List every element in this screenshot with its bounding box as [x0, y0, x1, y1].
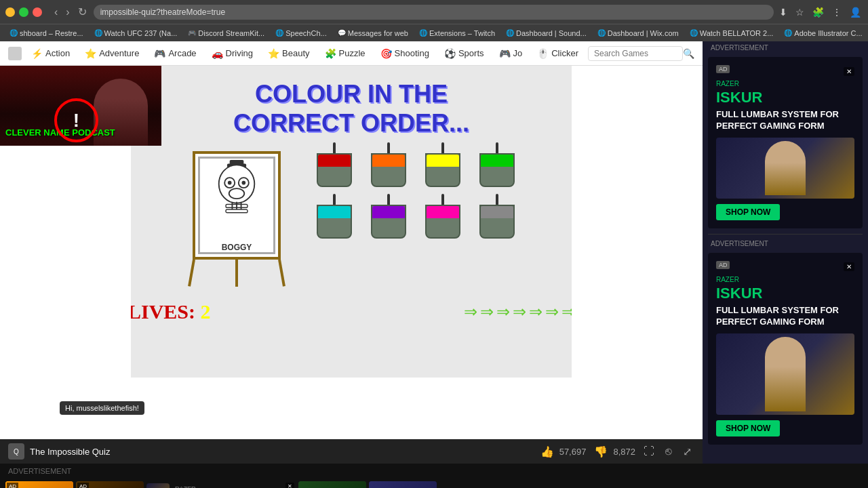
svg-point-7 — [229, 188, 245, 199]
star-icon[interactable]: ☆ — [794, 5, 806, 19]
thumb-game-2[interactable]: 🎮 Color game AD — [76, 481, 144, 488]
webcam-overlay: CLEVER NAME PODCAST ! — [0, 66, 161, 146]
chat-bubble: Hi, musselslikethefish! — [60, 401, 144, 415]
bottom-ad-label: ADVERTISEMENT — [8, 467, 71, 475]
fullscreen-button[interactable]: ⛶ — [641, 443, 657, 460]
bucket-gray[interactable] — [474, 199, 520, 245]
bookmark-2[interactable]: 🎮Discord StreamKit... — [184, 28, 269, 39]
dislike-button[interactable]: 👎 — [591, 443, 610, 461]
ad-shop-btn-2[interactable]: SHOP NOW — [716, 420, 780, 436]
ad-razer-logo-1: RAZER — [716, 80, 854, 87]
arrow-3: ⇒ — [496, 302, 510, 321]
thumb-game-1[interactable]: 🐱 Cute the Kitty AD — [5, 481, 73, 488]
search-input[interactable] — [588, 46, 683, 61]
ad-close-2[interactable]: ✕ — [844, 262, 854, 271]
beauty-icon: ⭐ — [268, 48, 279, 59]
download-icon[interactable]: ⬇ — [778, 5, 789, 19]
boggy-character — [199, 159, 274, 241]
game-frame: CLEVER NAME PODCAST ! COLOUR IN THE CORR… — [0, 66, 703, 439]
action-icon: ⚡ — [31, 48, 43, 59]
search-area[interactable]: 🔍 — [588, 46, 694, 61]
bookmark-6[interactable]: 🌐Dashboard | Sound... — [502, 28, 591, 39]
attention-circle: ! — [54, 98, 98, 142]
thumb-game-3[interactable]: 🐍 Snake game — [298, 481, 366, 488]
ad-tag-2: AD — [716, 261, 730, 269]
driving-icon: 🚗 — [212, 48, 223, 59]
game-wrapper: ⚡ Action ⭐ Adventure 🎮 Arcade 🚗 Driving … — [0, 41, 703, 464]
nav-item-clicker[interactable]: 🖱️ Clicker — [532, 45, 584, 62]
nav-item-puzzle[interactable]: 🧩 Puzzle — [319, 45, 371, 62]
address-bar[interactable]: impossible-quiz?theatreMode=true — [94, 5, 774, 20]
game-canvas[interactable]: COLOUR IN THE CORRECT ORDER... — [131, 66, 572, 378]
settings-icon[interactable]: ⋮ — [831, 5, 843, 19]
game-title-text: The Impossible Quiz — [30, 447, 111, 457]
ad-label-2: ADVERTISEMENT — [703, 237, 868, 250]
expand-button[interactable]: ⤢ — [680, 443, 694, 461]
forward-button[interactable]: › — [63, 4, 72, 20]
bucket-yellow[interactable] — [420, 148, 466, 194]
bookmarks-bar: 🌐shboard – Restre... 🌐Watch UFC 237 (Na.… — [0, 24, 868, 41]
bookmark-1[interactable]: 🌐Watch UFC 237 (Na... — [90, 28, 182, 39]
profile-icon[interactable]: 👤 — [848, 5, 863, 19]
url-text: impossible-quiz?theatreMode=true — [100, 7, 225, 17]
nav-item-jo[interactable]: 🎮 Jo — [494, 45, 528, 62]
ad-close-1[interactable]: ✕ — [844, 67, 854, 76]
clicker-icon: 🖱️ — [537, 48, 549, 59]
character-name-label: BOGGY — [222, 243, 252, 252]
share-button[interactable]: ⎋ — [663, 443, 675, 460]
lives-count: 2 — [201, 300, 211, 323]
bucket-body — [425, 205, 460, 239]
bucket-cyan[interactable] — [311, 199, 357, 245]
easel-leg-left — [188, 260, 195, 287]
search-button[interactable]: 🔍 — [683, 48, 694, 59]
ad-image-2 — [716, 333, 854, 415]
close-button[interactable] — [33, 7, 42, 17]
maximize-button[interactable] — [19, 7, 28, 17]
ad-thumb-close[interactable]: ✕ — [285, 483, 294, 488]
back-button[interactable]: ‹ — [52, 4, 60, 20]
bucket-pink[interactable] — [420, 199, 466, 245]
bottom-games-strip: 🐱 Cute the Kitty AD 🎮 Color game AD RAZE… — [0, 479, 868, 488]
puzzle-icon: 🧩 — [325, 48, 336, 59]
bucket-green[interactable] — [474, 148, 520, 194]
nav-item-driving[interactable]: 🚗 Driving — [206, 45, 258, 62]
paint-color-gray — [481, 206, 513, 218]
thumb-game-4[interactable]: 🥷 Ninja game — [369, 481, 437, 488]
bookmark-5[interactable]: 🌐Extensions – Twitch — [415, 28, 499, 39]
bucket-body — [317, 153, 352, 187]
bookmark-3[interactable]: 🌐SpeechCh... — [271, 28, 331, 39]
bottom-ad-banner: ADVERTISEMENT — [0, 464, 868, 479]
paint-color-orange — [372, 155, 405, 167]
bookmark-4[interactable]: 💬Messages for web — [334, 28, 412, 39]
nav-item-shooting[interactable]: 🎯 Shooting — [375, 45, 435, 62]
bookmark-0[interactable]: 🌐shboard – Restre... — [5, 28, 87, 39]
ad-badge-2: AD — [77, 483, 89, 488]
main-content: ⚡ Action ⭐ Adventure 🎮 Arcade 🚗 Driving … — [0, 41, 868, 464]
bucket-purple[interactable] — [366, 199, 412, 245]
lives-display: LIVES: 2 — [131, 300, 211, 323]
minimize-button[interactable] — [5, 7, 15, 17]
extensions-icon[interactable]: 🧩 — [811, 5, 825, 19]
thumb-razer-ad[interactable]: RAZER ISKUR FULL LUMBAR SYSTEM FOR PERFE… — [146, 481, 296, 488]
easel-leg-right — [278, 260, 285, 287]
adventure-icon: ⭐ — [85, 48, 96, 59]
window-controls[interactable] — [5, 7, 42, 17]
nav-item-action[interactable]: ⚡ Action — [26, 45, 75, 62]
easel-legs — [182, 260, 291, 287]
bookmark-9[interactable]: 🌐Adobe Illustrator C... — [780, 28, 866, 39]
bookmark-8[interactable]: 🌐Watch BELLATOR 2... — [686, 28, 778, 39]
nav-item-sports[interactable]: ⚽ Sports — [439, 45, 490, 62]
easel-prop: BOGGY — [182, 144, 291, 293]
bucket-orange[interactable] — [366, 148, 412, 194]
nav-item-beauty[interactable]: ⭐ Beauty — [262, 45, 315, 62]
nav-item-arcade[interactable]: 🎮 Arcade — [149, 45, 201, 62]
bucket-red[interactable] — [311, 148, 357, 194]
reload-button[interactable]: ↻ — [75, 4, 90, 20]
ad-shop-btn-1[interactable]: SHOP NOW — [716, 204, 780, 220]
like-button[interactable]: 👍 — [538, 443, 557, 461]
bookmark-7[interactable]: 🌐Dashboard | Wix.com — [593, 28, 683, 39]
nav-item-adventure[interactable]: ⭐ Adventure — [79, 45, 144, 62]
site-logo[interactable] — [8, 47, 22, 60]
game-bottom-bar: Q The Impossible Quiz 👍 57,697 👎 8,872 ⛶… — [0, 439, 703, 464]
bucket-body — [479, 205, 515, 239]
